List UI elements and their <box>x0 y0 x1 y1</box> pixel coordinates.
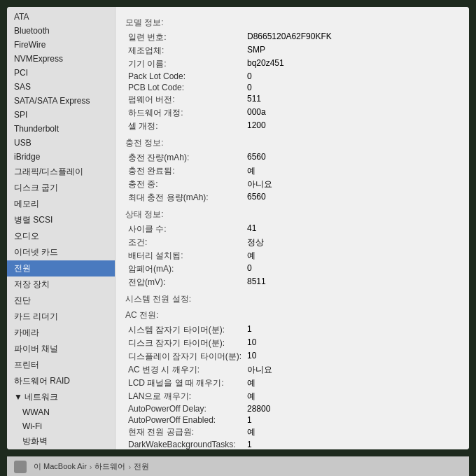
field-value: 0 <box>244 82 459 93</box>
field-label: 배터리 설치됨: <box>125 249 244 262</box>
field-value: 0 <box>244 71 459 82</box>
field-label: 하드웨어 개정: <box>125 106 244 120</box>
field-label: 펌웨어 버전: <box>125 93 244 106</box>
sidebar-item-24[interactable]: 하드웨어 RAID <box>7 373 115 389</box>
sidebar-item-10[interactable]: iBridge <box>7 150 115 164</box>
table-row: 디스크 잠자기 타이머(분):10 <box>125 337 459 350</box>
field-value: 8511 <box>244 276 459 289</box>
sidebar-item-8[interactable]: Thunderbolt <box>7 122 115 136</box>
table-row: AC 변경 시 깨우기:아니요 <box>125 363 459 377</box>
screen: ATABluetoothFireWireNVMExpressPCISASSATA… <box>0 0 476 476</box>
table-row: Pack Lot Code:0 <box>125 71 459 82</box>
field-label: 최대 충전 용량(mAh): <box>125 191 244 204</box>
field-value: 예 <box>244 164 459 178</box>
table-row: 충전 잔량(mAh):6560 <box>125 151 459 164</box>
field-value: 1200 <box>244 120 459 133</box>
sidebar-item-23[interactable]: 프린터 <box>7 357 115 373</box>
sidebar-item-11[interactable]: 그래픽/디스플레이 <box>7 164 115 180</box>
field-label: 전압(mV): <box>125 276 244 289</box>
field-value: 6560 <box>244 191 459 204</box>
table-row: 최대 충전 용량(mAh):6560 <box>125 191 459 204</box>
table-row: 충전 중:아니요 <box>125 178 459 191</box>
field-value: 아니요 <box>244 178 459 191</box>
bottom-bar: 이 MacBook Air › 하드웨어 › 전원 <box>7 456 469 476</box>
field-label: 현재 전원 공급원: <box>125 426 244 439</box>
sidebar-item-14[interactable]: 병렬 SCSI <box>7 212 115 228</box>
sidebar-item-17[interactable]: 전원 <box>7 260 115 276</box>
breadcrumb-mac: 이 MacBook Air <box>34 461 87 472</box>
field-label: 충전 중: <box>125 178 244 191</box>
table-row: 암페어(mA):0 <box>125 262 459 276</box>
info-table: 시스템 잠자기 타이머(분):1디스크 잠자기 타이머(분):10디스플레이 잠… <box>125 323 459 449</box>
table-row: 펌웨어 버전:511 <box>125 93 459 106</box>
field-value: 28800 <box>244 403 459 414</box>
table-row: 배터리 설치됨:예 <box>125 249 459 262</box>
sidebar-item-25[interactable]: ▼ 네트워크 <box>7 389 115 405</box>
info-table: 사이클 수:41조건:정상배터리 설치됨:예암페어(mA):0전압(mV):85… <box>125 223 459 289</box>
sidebar: ATABluetoothFireWireNVMExpressPCISASSATA… <box>7 7 115 449</box>
field-value: 0 <box>244 262 459 276</box>
breadcrumb-sep2: › <box>128 463 131 471</box>
field-value: bq20z451 <box>244 57 459 71</box>
field-value: 41 <box>244 223 459 236</box>
sidebar-item-22[interactable]: 파이버 채널 <box>7 341 115 357</box>
sidebar-item-9[interactable]: USB <box>7 136 115 150</box>
field-label: 사이클 수: <box>125 223 244 236</box>
sidebar-item-5[interactable]: SAS <box>7 80 115 94</box>
sidebar-item-16[interactable]: 이더넷 카드 <box>7 244 115 260</box>
table-row: 제조업체:SMP <box>125 44 459 57</box>
sidebar-item-7[interactable]: SPI <box>7 108 115 122</box>
table-row: LCD 패널을 열 때 깨우기:예 <box>125 377 459 390</box>
field-label: AC 변경 시 깨우기: <box>125 363 244 377</box>
sidebar-item-6[interactable]: SATA/SATA Express <box>7 94 115 108</box>
section-header: 시스템 전원 설정: <box>125 293 459 305</box>
main-content: ATABluetoothFireWireNVMExpressPCISASSATA… <box>7 7 469 449</box>
field-label: 디스플레이 잠자기 타이머(분): <box>125 350 244 363</box>
field-value: 10 <box>244 337 459 350</box>
sidebar-item-0[interactable]: ATA <box>7 10 115 24</box>
sidebar-item-4[interactable]: PCI <box>7 66 115 80</box>
section-header: 충전 정보: <box>125 137 459 149</box>
table-row: 셀 개정:1200 <box>125 120 459 133</box>
field-value: 511 <box>244 93 459 106</box>
field-label: 암페어(mA): <box>125 262 244 276</box>
field-value: 1 <box>244 414 459 426</box>
section-header: 상태 정보: <box>125 209 459 220</box>
sidebar-item-18[interactable]: 저장 장치 <box>7 276 115 293</box>
table-row: PCB Lot Code:0 <box>125 82 459 93</box>
field-label: 디스크 잠자기 타이머(분): <box>125 337 244 350</box>
field-value: 예 <box>244 426 459 439</box>
field-label: 셀 개정: <box>125 120 244 133</box>
table-row: AutoPowerOff Enabled:1 <box>125 414 459 426</box>
sidebar-item-20[interactable]: 카드 리더기 <box>7 309 115 325</box>
mac-icon <box>14 461 27 473</box>
sidebar-item-3[interactable]: NVMExpress <box>7 52 115 66</box>
field-value: 예 <box>244 390 459 403</box>
breadcrumb-sep1: › <box>90 463 92 471</box>
sidebar-item-2[interactable]: FireWire <box>7 38 115 52</box>
field-label: LAN으로 깨우기: <box>125 390 244 403</box>
field-value: 1 <box>244 323 459 337</box>
table-row: 시스템 잠자기 타이머(분):1 <box>125 323 459 337</box>
sidebar-item-27[interactable]: Wi-Fi <box>7 419 115 433</box>
sidebar-item-26[interactable]: WWAN <box>7 405 115 419</box>
field-value: 정상 <box>244 236 459 249</box>
sidebar-item-12[interactable]: 디스크 굽기 <box>7 180 115 196</box>
field-label: 일련 번호: <box>125 31 244 44</box>
sidebar-item-28[interactable]: 방화벽 <box>7 433 115 449</box>
table-row: 충전 완료됨:예 <box>125 164 459 178</box>
sidebar-item-15[interactable]: 오디오 <box>7 228 115 244</box>
breadcrumb-power: 전원 <box>134 461 149 472</box>
sidebar-item-13[interactable]: 메모리 <box>7 196 115 212</box>
section-header: AC 전원: <box>125 309 459 321</box>
field-value: 1 <box>244 439 459 449</box>
table-row: 기기 이름:bq20z451 <box>125 57 459 71</box>
table-row: 디스플레이 잠자기 타이머(분):10 <box>125 350 459 363</box>
sidebar-item-19[interactable]: 진단 <box>7 293 115 309</box>
sidebar-item-21[interactable]: 카메라 <box>7 325 115 341</box>
field-label: 충전 완료됨: <box>125 164 244 178</box>
table-row: 조건:정상 <box>125 236 459 249</box>
info-table: 일련 번호:D8665120A62F90KFK제조업체:SMP기기 이름:bq2… <box>125 31 459 133</box>
sidebar-item-1[interactable]: Bluetooth <box>7 24 115 38</box>
field-value: 10 <box>244 350 459 363</box>
